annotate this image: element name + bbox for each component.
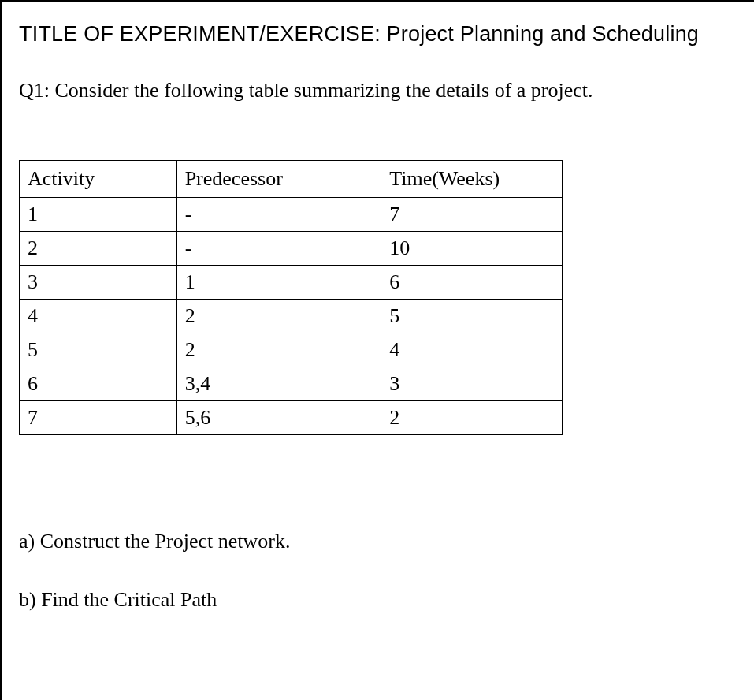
page-border	[0, 0, 754, 700]
